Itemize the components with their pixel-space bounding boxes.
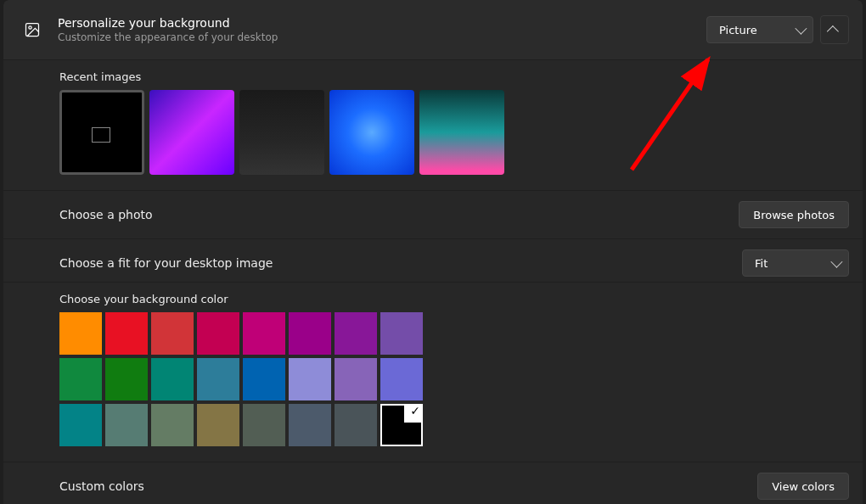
collapse-button[interactable] [820, 15, 849, 44]
bg-color-label: Choose your background color [59, 293, 849, 305]
chevron-down-icon [795, 23, 807, 35]
svg-point-1 [29, 26, 31, 29]
color-swatch[interactable] [59, 358, 102, 400]
choose-fit-label: Choose a fit for your desktop image [59, 256, 273, 270]
view-colors-button[interactable]: View colors [757, 473, 849, 500]
color-swatch[interactable] [151, 404, 194, 446]
color-swatch[interactable] [197, 312, 239, 355]
recent-image-thumb[interactable] [149, 90, 234, 175]
custom-colors-row: Custom colors View colors [3, 462, 863, 504]
check-icon: ✓ [410, 404, 420, 417]
choose-fit-row: Choose a fit for your desktop image Fit [3, 239, 863, 283]
custom-colors-label: Custom colors [59, 479, 144, 493]
background-settings-panel: Personalize your background Customize th… [3, 0, 863, 504]
color-swatch[interactable] [59, 312, 102, 355]
picture-icon [20, 21, 44, 38]
color-swatch[interactable] [335, 358, 377, 400]
color-swatch[interactable] [105, 312, 148, 355]
recent-image-thumb[interactable] [59, 90, 144, 175]
recent-image-thumb[interactable] [329, 90, 414, 175]
browse-photos-button[interactable]: Browse photos [739, 201, 849, 228]
color-swatch[interactable] [243, 312, 285, 355]
color-swatch[interactable] [243, 358, 285, 400]
color-swatch[interactable]: ✓ [380, 404, 423, 446]
recent-image-thumb[interactable] [239, 90, 324, 175]
header-row: Personalize your background Customize th… [3, 0, 863, 60]
color-grid: ✓ [59, 312, 467, 446]
svg-line-3 [632, 59, 708, 170]
recent-images-section: Recent images [3, 60, 863, 191]
color-swatch[interactable] [380, 312, 423, 355]
header-title: Personalize your background [58, 16, 706, 30]
color-swatch[interactable] [197, 404, 239, 446]
header-text: Personalize your background Customize th… [58, 16, 706, 43]
color-swatch[interactable] [151, 312, 194, 355]
background-type-dropdown[interactable]: Picture [706, 16, 813, 43]
bg-color-section: Choose your background color ✓ [3, 283, 863, 462]
color-swatch[interactable] [335, 312, 377, 355]
color-swatch[interactable] [105, 358, 148, 400]
color-swatch[interactable] [151, 358, 194, 400]
header-subtitle: Customize the appearance of your desktop [58, 31, 706, 43]
recent-image-thumb[interactable] [419, 90, 504, 175]
chevron-down-icon [830, 256, 842, 268]
dropdown-value: Picture [719, 24, 757, 36]
color-swatch[interactable] [243, 404, 285, 446]
annotation-arrow-icon [623, 42, 734, 178]
color-swatch[interactable] [197, 358, 239, 400]
color-swatch[interactable] [105, 404, 148, 446]
color-swatch[interactable] [380, 358, 423, 400]
fit-dropdown-value: Fit [755, 257, 768, 270]
choose-photo-row: Choose a photo Browse photos [3, 191, 863, 239]
chevron-up-icon [827, 25, 839, 37]
color-swatch[interactable] [289, 358, 331, 400]
color-swatch[interactable] [289, 404, 331, 446]
choose-photo-label: Choose a photo [59, 208, 153, 221]
fit-dropdown[interactable]: Fit [742, 249, 849, 277]
color-swatch[interactable] [289, 312, 331, 355]
color-swatch[interactable] [335, 404, 377, 446]
color-swatch[interactable] [59, 404, 102, 446]
